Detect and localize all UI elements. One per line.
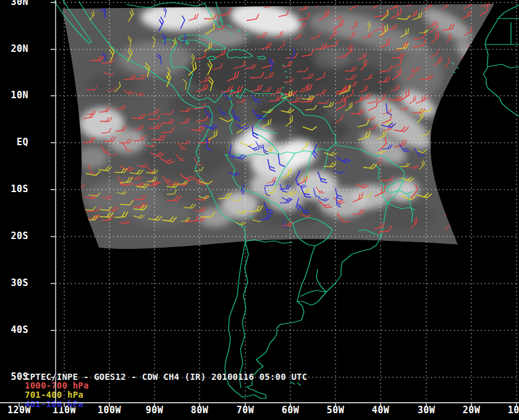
legend-item-mid-level: 701-400 hPa [25,390,83,400]
map-canvas [0,0,519,420]
product-title: CPTEC/INPE - GOES12 - CDW CH4 (IR) 20100… [25,372,307,382]
satellite-wind-product: { "map": { "title": "CPTEC/INPE - GOES12… [0,0,519,420]
legend-item-low-level: 1000-700 hPa [25,380,89,390]
satellite-image [62,0,494,249]
legend-item-high-level: 401-100 hPa [25,399,83,409]
